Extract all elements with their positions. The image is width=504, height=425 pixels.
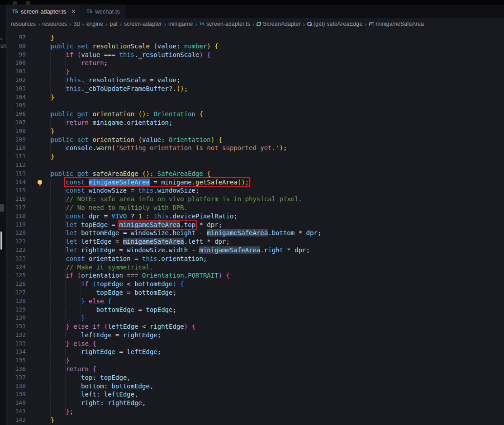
code-line-content[interactable]: } else if (leftEdge < rightEdge) { <box>35 322 195 331</box>
code-line-content[interactable]: } <box>35 356 70 365</box>
line-number[interactable]: 113 <box>7 170 26 178</box>
code-line-content[interactable]: rightEdge = leftEdge; <box>35 348 161 356</box>
code-line-content[interactable]: const windowSize = this.windowSize; <box>35 186 199 195</box>
breadcrumb-item[interactable]: TSscreen-adapter.ts <box>199 21 251 27</box>
line-number[interactable]: 108 <box>7 127 26 136</box>
tab-wechat.ts[interactable]: TSwechat.ts <box>81 5 126 18</box>
line-number[interactable]: 134 <box>7 348 26 356</box>
code-line-content[interactable]: } <box>35 127 54 136</box>
line-number[interactable]: 125 <box>7 271 26 280</box>
line-number[interactable]: 140 <box>7 399 26 407</box>
code-line-content[interactable]: left: leftEdge, <box>35 390 138 399</box>
code-line-content[interactable]: public get safeAreaEdge (): SafeAreaEdge… <box>35 170 211 178</box>
code-line-content[interactable]: if (orientation === Orientation.PORTRAIT… <box>35 271 230 280</box>
code-line-content[interactable]: // No need to multiply with DPR. <box>35 203 188 212</box>
line-number[interactable]: 102 <box>7 76 26 85</box>
line-number[interactable]: 100 <box>7 59 26 67</box>
line-number[interactable]: 128 <box>7 297 26 306</box>
line-number[interactable]: 137 <box>7 373 26 382</box>
code-line-content[interactable]: bottomEdge = topEdge; <box>35 306 176 314</box>
code-line-content[interactable]: } <box>35 67 70 76</box>
line-number[interactable]: 112 <box>7 161 26 170</box>
code-line-content[interactable]: } <box>35 33 54 42</box>
code-line-content[interactable]: return; <box>35 59 108 67</box>
code-line-content[interactable]: if (value === this._resolutionScale) { <box>35 51 211 59</box>
line-number[interactable]: 106 <box>7 110 26 118</box>
code-line-content[interactable]: public set resolutionScale (value: numbe… <box>35 42 219 51</box>
line-number[interactable]: 124 <box>7 263 26 272</box>
code-line-content[interactable]: topEdge = bottomEdge; <box>35 288 176 297</box>
code-line-content[interactable]: leftEdge = rightEdge; <box>35 331 161 340</box>
line-number[interactable]: 119 <box>7 221 26 229</box>
code-line-content[interactable]: bottom: bottomEdge, <box>35 382 153 391</box>
code-line-content[interactable]: let bottomEdge = windowSize.height - min… <box>35 229 321 237</box>
sidebar-scroll-handle[interactable] <box>0 231 2 250</box>
code-line-content[interactable]: } <box>35 314 85 322</box>
line-number[interactable]: 107 <box>7 118 26 127</box>
line-number[interactable]: 116 <box>7 195 26 203</box>
line-number[interactable]: 136 <box>7 365 26 373</box>
line-number[interactable]: 139 <box>7 390 26 399</box>
line-number[interactable]: 110 <box>7 144 26 152</box>
code-line-content[interactable]: const dpr = VIVO ? 1 : this.devicePixelR… <box>35 212 238 221</box>
line-number[interactable]: 104 <box>7 93 26 102</box>
code-line-content[interactable]: // NOTE: safe area info on vivo platform… <box>35 195 302 203</box>
line-number[interactable]: 97 <box>7 33 26 42</box>
line-number[interactable]: 121 <box>7 237 26 246</box>
tab-screen-adapter.ts[interactable]: TSscreen-adapter.ts× <box>7 5 81 18</box>
code-line-content[interactable]: console.warn('Setting orientation is not… <box>35 144 287 152</box>
code-line-content[interactable]: }; <box>35 407 73 416</box>
code-line-content[interactable]: return { <box>35 365 96 373</box>
line-number[interactable]: 130 <box>7 314 26 322</box>
code-line-content[interactable]: return minigame.orientation; <box>35 118 172 127</box>
line-number[interactable]: 132 <box>7 331 26 340</box>
breadcrumb-item[interactable]: pal <box>109 21 118 27</box>
line-number[interactable]: 117 <box>7 203 26 212</box>
code-line-content[interactable]: public set orientation (value: Orientati… <box>35 136 222 144</box>
breadcrumb-item[interactable]: 3d <box>73 21 80 27</box>
line-number[interactable]: 101 <box>7 67 26 76</box>
code-line-content[interactable]: if (topEdge < bottomEdge) { <box>35 280 184 288</box>
code-line-content[interactable]: top: topEdge, <box>35 373 131 382</box>
line-number[interactable]: 127 <box>7 288 26 297</box>
line-number[interactable]: 141 <box>7 407 26 416</box>
breadcrumb-item[interactable]: engine <box>86 21 104 27</box>
line-number[interactable]: 135 <box>7 356 26 365</box>
breadcrumb-item[interactable]: screen-adapter <box>124 21 162 27</box>
code-line-content[interactable]: } <box>35 93 54 102</box>
line-number[interactable]: 118 <box>7 212 26 221</box>
line-number[interactable]: 120 <box>7 229 26 237</box>
code-line-content[interactable]: const minigameSafeArea = minigame.getSaf… <box>35 178 249 187</box>
close-icon[interactable]: × <box>71 8 75 14</box>
line-number[interactable]: 138 <box>7 382 26 391</box>
line-number[interactable]: 111 <box>7 152 26 161</box>
line-number[interactable]: 98 <box>7 42 26 51</box>
code-line-content[interactable]: } <box>35 152 54 161</box>
breadcrumb-item[interactable]: resources <box>10 21 36 27</box>
code-line-content[interactable]: // Make it symmetrical. <box>35 263 153 272</box>
line-number[interactable]: 129 <box>7 306 26 314</box>
line-number[interactable]: 109 <box>7 136 26 144</box>
breadcrumb-item[interactable]: resources <box>42 21 67 27</box>
line-number[interactable]: 122 <box>7 246 26 255</box>
code-line-content[interactable]: this._cbToUpdateFrameBuffer?.(); <box>35 85 188 93</box>
code-line-content[interactable]: } <box>35 416 54 425</box>
code-line-content[interactable]: right: rightEdge, <box>35 399 146 407</box>
code-line-content[interactable]: let leftEdge = minigameSafeArea.left * d… <box>35 237 230 246</box>
breadcrumb-item[interactable]: minigameSafeArea <box>369 21 424 27</box>
line-number[interactable]: 133 <box>7 340 26 348</box>
line-number[interactable]: 126 <box>7 280 26 288</box>
line-number[interactable]: 105 <box>7 101 26 110</box>
code-line-content[interactable]: this._resolutionScale = value; <box>35 76 180 85</box>
quick-fix-lightbulb-icon[interactable] <box>38 180 42 184</box>
line-number[interactable]: 131 <box>7 322 26 331</box>
code-line-content[interactable]: } else { <box>35 340 96 348</box>
line-number[interactable]: 103 <box>7 85 26 93</box>
line-number[interactable]: 114 <box>7 178 26 187</box>
line-number[interactable]: 99 <box>7 51 26 59</box>
code-line-content[interactable]: public get orientation (): Orientation { <box>35 110 203 118</box>
breadcrumb-item[interactable]: ScreenAdapter <box>256 21 301 27</box>
code-line-content[interactable]: } else { <box>35 297 112 306</box>
code-line-content[interactable]: let rightEdge = windowSize.width - minig… <box>35 246 310 255</box>
code-line-content[interactable]: let topEdge = minigameSafeArea.top * dpr… <box>35 221 222 229</box>
